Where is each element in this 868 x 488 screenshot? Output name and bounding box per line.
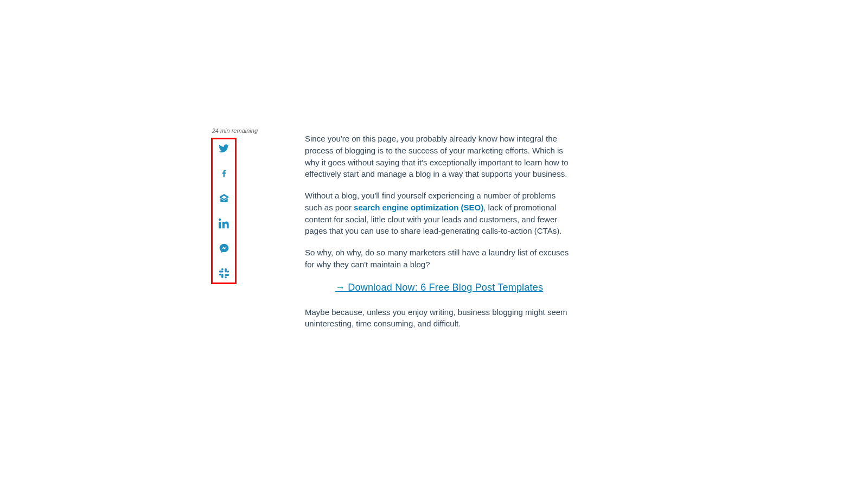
seo-link[interactable]: search engine optimization (SEO) [354,203,483,212]
article-paragraph: Without a blog, you'll find yourself exp… [305,190,573,237]
linkedin-icon[interactable] [218,217,230,229]
reading-time-label: 24 min remaining [212,127,258,134]
email-icon[interactable] [218,192,230,204]
twitter-icon[interactable] [218,143,230,155]
article-paragraph: Maybe because, unless you enjoy writing,… [305,306,573,330]
facebook-icon[interactable] [218,168,230,179]
article-body: Since you're on this page, you probably … [305,133,573,339]
slack-icon[interactable] [218,267,230,279]
article-paragraph: Since you're on this page, you probably … [305,133,573,180]
cta-block: → Download Now: 6 Free Blog Post Templat… [305,280,573,294]
messenger-icon[interactable] [218,242,230,254]
page: 24 min remaining Since you're on this pa… [0,0,868,488]
social-share-rail [211,138,237,284]
article-paragraph: So why, oh why, do so many marketers sti… [305,247,573,271]
download-templates-link[interactable]: → Download Now: 6 Free Blog Post Templat… [335,282,543,293]
